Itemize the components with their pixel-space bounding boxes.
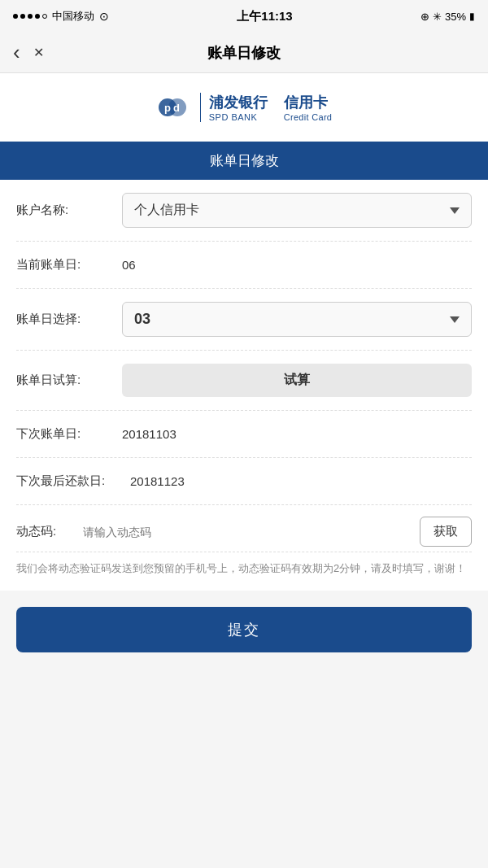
nav-left-buttons: ‹ ✕	[13, 40, 44, 65]
back-button[interactable]: ‹	[13, 40, 20, 65]
dynamic-code-input[interactable]	[80, 519, 413, 545]
bank-name-cn: 浦发银行	[209, 93, 268, 112]
bill-date-chevron-icon	[450, 316, 460, 323]
credit-en: Credit Card	[284, 112, 333, 122]
bill-date-trial-row: 账单日试算: 试算	[16, 351, 472, 411]
bank-name-en: SPD BANK	[209, 112, 268, 122]
current-bill-date-row: 当前账单日: 06	[16, 242, 472, 289]
status-right: ⊕ ✳ 35% ▮	[420, 11, 475, 23]
bluetooth-icon: ✳	[433, 11, 442, 23]
current-bill-date-value: 06	[106, 258, 472, 272]
dynamic-hint: 我们会将动态验证码发送到您预留的手机号上，动态验证码有效期为2分钟，请及时填写，…	[0, 552, 488, 591]
bill-date-select[interactable]: 03	[122, 302, 472, 337]
spd-bank-logo: p d 浦发银行 SPD BANK 信用卡 Credit Card	[156, 89, 333, 125]
svg-text:p: p	[164, 102, 171, 114]
account-name-value: 个人信用卡	[134, 202, 199, 219]
submit-button[interactable]: 提交	[16, 607, 472, 652]
close-button[interactable]: ✕	[33, 45, 44, 60]
nav-bar: ‹ ✕ 账单日修改	[0, 33, 488, 73]
battery-icon: ▮	[469, 11, 475, 22]
next-bill-date-value: 20181103	[106, 427, 472, 441]
current-bill-date-label: 当前账单日:	[16, 257, 106, 273]
logo-area: p d 浦发银行 SPD BANK 信用卡 Credit Card	[0, 73, 488, 142]
bill-date-select-label: 账单日选择:	[16, 312, 106, 327]
wifi-icon: ⊙	[99, 10, 109, 23]
account-name-row: 账户名称: 个人信用卡	[16, 180, 472, 242]
nav-title: 账单日修改	[207, 43, 281, 63]
status-left: 中国移动 ⊙	[13, 9, 109, 24]
next-repay-date-value: 20181123	[114, 474, 472, 488]
next-repay-date-row: 下次最后还款日: 20181123	[16, 458, 472, 505]
signal-dots	[13, 14, 47, 19]
bank-name-group: 浦发银行 SPD BANK	[200, 93, 268, 122]
battery-label: 35%	[445, 11, 466, 23]
account-name-label: 账户名称:	[16, 203, 106, 218]
credit-card-group: 信用卡 Credit Card	[276, 93, 333, 122]
status-time: 上午11:13	[237, 9, 292, 24]
account-name-chevron-icon	[450, 207, 460, 214]
form-area: 账户名称: 个人信用卡 当前账单日: 06 账单日选择: 03 账单日试算: 试…	[0, 180, 488, 552]
dynamic-code-label: 动态码:	[16, 524, 73, 539]
account-name-select[interactable]: 个人信用卡	[122, 193, 472, 228]
credit-cn: 信用卡	[284, 93, 333, 112]
svg-text:d: d	[173, 102, 180, 114]
bill-date-select-value: 03	[134, 311, 150, 328]
section-header: 账单日修改	[0, 142, 488, 180]
next-bill-date-row: 下次账单日: 20181103	[16, 411, 472, 458]
spd-icon: p d	[156, 89, 192, 125]
get-code-button[interactable]: 获取	[420, 517, 472, 547]
trial-button[interactable]: 试算	[122, 364, 472, 397]
location-icon: ⊕	[420, 11, 429, 23]
bottom-safe-area	[0, 669, 488, 701]
status-bar: 中国移动 ⊙ 上午11:13 ⊕ ✳ 35% ▮	[0, 0, 488, 33]
bill-date-trial-label: 账单日试算:	[16, 373, 106, 388]
next-repay-date-label: 下次最后还款日:	[16, 473, 114, 489]
submit-area: 提交	[0, 591, 488, 669]
bill-date-select-row: 账单日选择: 03	[16, 289, 472, 351]
carrier-label: 中国移动	[52, 9, 94, 24]
next-bill-date-label: 下次账单日:	[16, 426, 106, 442]
dynamic-code-row: 动态码: 获取	[16, 505, 472, 552]
section-header-title: 账单日修改	[210, 153, 279, 168]
